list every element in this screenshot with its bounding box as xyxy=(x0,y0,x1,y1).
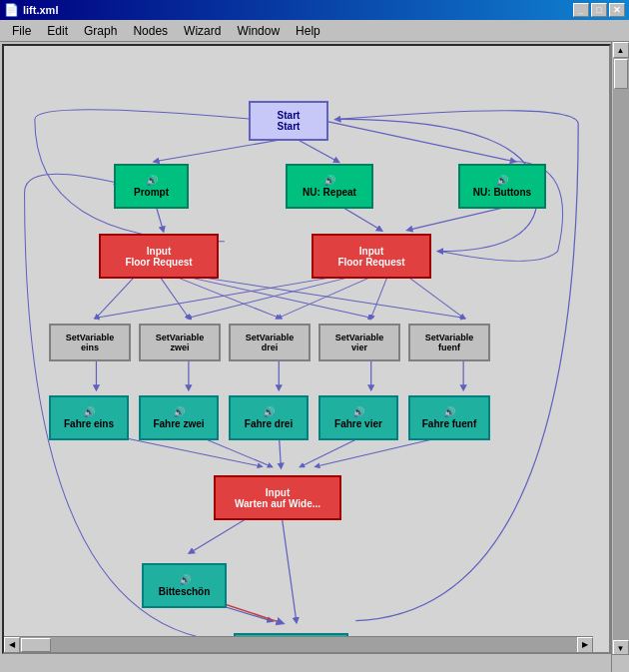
menu-file[interactable]: File xyxy=(4,22,39,40)
node-fahre-vier[interactable]: 🔊 Fahre vier xyxy=(318,395,398,440)
svg-line-14 xyxy=(371,274,388,318)
speaker-icon: 🔊 xyxy=(263,406,275,417)
svg-line-10 xyxy=(179,274,464,318)
scroll-left-button[interactable]: ◀ xyxy=(4,637,20,653)
speaker-icon: 🔊 xyxy=(323,175,335,186)
node-input-floor-2[interactable]: Input Floor Request xyxy=(312,234,431,279)
svg-line-0 xyxy=(156,139,286,162)
node-input-warten[interactable]: Input Warten auf Wide... xyxy=(214,475,341,520)
svg-line-27 xyxy=(281,510,296,621)
scrollbar-corner xyxy=(611,654,629,672)
svg-line-5 xyxy=(409,206,514,230)
node-input-floor-1[interactable]: Input Floor Request xyxy=(99,234,219,279)
speaker-icon: 🔊 xyxy=(496,175,508,186)
window-title: lift.xml xyxy=(23,4,58,16)
menu-nodes[interactable]: Nodes xyxy=(125,22,176,40)
node-prompt[interactable]: 🔊 Prompt xyxy=(114,164,189,209)
speaker-icon: 🔊 xyxy=(173,406,185,417)
node-nu-repeat[interactable]: 🔊 NU: Repeat xyxy=(286,164,373,209)
speaker-icon: 🔊 xyxy=(146,175,158,186)
scroll-thumb-h[interactable] xyxy=(21,638,51,652)
node-start[interactable]: Start Start xyxy=(249,101,328,141)
scroll-up-button[interactable]: ▲ xyxy=(613,42,629,58)
svg-line-9 xyxy=(173,274,370,318)
maximize-button[interactable]: □ xyxy=(591,3,607,17)
svg-line-6 xyxy=(96,274,137,318)
svg-line-1 xyxy=(297,139,337,162)
node-setvariable-fuenf[interactable]: SetVariable fuenf xyxy=(408,324,490,361)
graph-canvas[interactable]: Start Start 🔊 Prompt 🔊 NU: Repeat 🔊 NU: … xyxy=(2,44,611,654)
svg-line-4 xyxy=(339,206,380,230)
window-icon: 📄 xyxy=(4,3,19,17)
menu-help[interactable]: Help xyxy=(288,22,328,40)
menu-window[interactable]: Window xyxy=(229,22,288,40)
svg-line-3 xyxy=(156,206,163,230)
svg-line-2 xyxy=(316,119,513,161)
svg-line-7 xyxy=(158,274,189,318)
main-area: Start Start 🔊 Prompt 🔊 NU: Repeat 🔊 NU: … xyxy=(0,42,629,672)
speaker-icon: 🔊 xyxy=(352,406,364,417)
node-fahre-zwei[interactable]: 🔊 Fahre zwei xyxy=(139,395,219,440)
node-setvariable-drei[interactable]: SetVariable drei xyxy=(229,324,311,361)
node-fahre-fuenf[interactable]: 🔊 Fahre fuenf xyxy=(408,395,490,440)
menu-graph[interactable]: Graph xyxy=(76,22,125,40)
menu-bar: File Edit Graph Nodes Wizard Window Help xyxy=(0,20,629,42)
title-bar: 📄 lift.xml _ □ ✕ xyxy=(0,0,629,20)
svg-line-13 xyxy=(279,274,378,318)
minimize-button[interactable]: _ xyxy=(573,3,589,17)
node-fahre-drei[interactable]: 🔊 Fahre drei xyxy=(229,395,309,440)
scrollbar-horizontal[interactable]: ◀ ▶ xyxy=(4,636,593,652)
svg-line-15 xyxy=(404,274,464,318)
menu-edit[interactable]: Edit xyxy=(39,22,76,40)
scroll-thumb-v[interactable] xyxy=(614,59,628,89)
svg-line-8 xyxy=(168,274,279,318)
title-bar-controls: _ □ ✕ xyxy=(573,3,625,17)
node-fahre-eins[interactable]: 🔊 Fahre eins xyxy=(49,395,129,440)
node-setvariable-zwei[interactable]: SetVariable zwei xyxy=(139,324,221,361)
menu-wizard[interactable]: Wizard xyxy=(176,22,229,40)
speaker-icon: 🔊 xyxy=(83,406,95,417)
scrollbar-vertical[interactable]: ▲ ▼ xyxy=(611,42,629,656)
scroll-right-button[interactable]: ▶ xyxy=(577,637,593,653)
scroll-track-h xyxy=(20,637,577,653)
speaker-icon: 🔊 xyxy=(179,574,191,585)
speaker-icon: 🔊 xyxy=(443,406,455,417)
node-bitteschon[interactable]: 🔊 Bitteschön xyxy=(142,563,227,608)
scroll-track-v xyxy=(613,58,629,640)
svg-line-11 xyxy=(96,274,352,318)
node-setvariable-eins[interactable]: SetVariable eins xyxy=(49,324,131,361)
node-setvariable-vier[interactable]: SetVariable vier xyxy=(318,324,400,361)
node-nu-buttons[interactable]: 🔊 NU: Buttons xyxy=(458,164,546,209)
svg-line-12 xyxy=(189,274,363,318)
close-button[interactable]: ✕ xyxy=(609,3,625,17)
